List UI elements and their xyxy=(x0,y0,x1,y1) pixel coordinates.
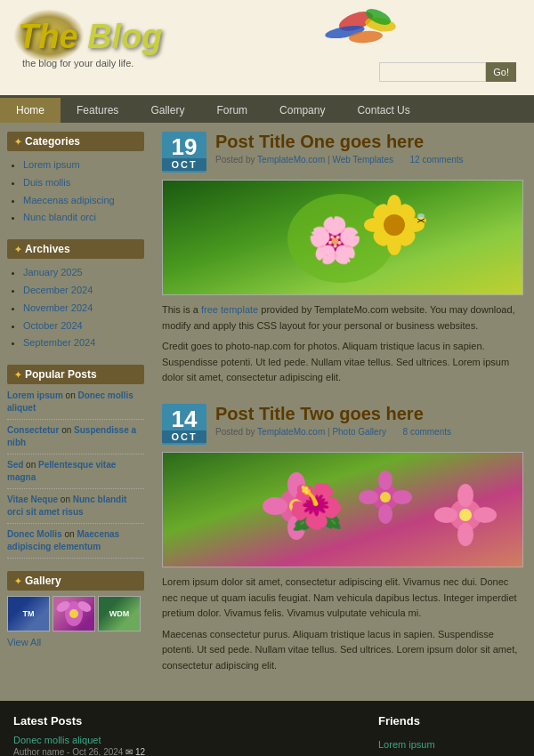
footer-post-title[interactable]: Donec mollis aliquet xyxy=(13,735,156,745)
post-1-photo-svg xyxy=(163,181,522,295)
post-2-date-box: 14 OCT xyxy=(162,404,206,445)
svg-point-38 xyxy=(459,509,472,521)
svg-point-26 xyxy=(289,499,303,513)
archive-link[interactable]: September 2024 xyxy=(23,337,95,348)
svg-point-19 xyxy=(417,213,425,219)
post-2-text1: Lorem ipsum dolor sit amet, consectetur … xyxy=(162,575,523,622)
category-link[interactable]: Lorem ipsum xyxy=(23,159,80,170)
comment-icon: ✉ xyxy=(393,427,403,437)
list-item[interactable]: Nunc blandit orci xyxy=(23,209,144,227)
list-item: Lorem ipsum on Donec mollis aliquet xyxy=(7,390,144,420)
svg-point-30 xyxy=(359,490,378,504)
svg-point-35 xyxy=(457,523,473,546)
popular-post-link[interactable]: Sed xyxy=(7,460,23,470)
nav-company[interactable]: Company xyxy=(263,98,341,123)
header: The Blog the blog for your daily life. G… xyxy=(0,0,534,98)
categories-widget: Categories Lorem ipsum Duis mollis Maece… xyxy=(7,132,144,227)
list-item[interactable]: November 2024 xyxy=(23,300,144,318)
template-link[interactable]: free template xyxy=(201,304,258,315)
popular-post-link[interactable]: Pellentesque vitae magna xyxy=(7,460,116,482)
archive-link[interactable]: December 2024 xyxy=(23,285,93,295)
list-item: Consectetur on Suspendisse a nibh xyxy=(7,424,144,454)
list-item[interactable]: Duis mollis xyxy=(23,174,144,192)
list-item[interactable]: Lorem ipsum xyxy=(378,735,521,754)
archives-widget: Archives January 2025 December 2024 Nove… xyxy=(7,239,144,352)
list-item: Vitae Neque on Nunc blandit orci sit ame… xyxy=(7,494,144,524)
gallery-link[interactable]: Web Templates xyxy=(332,155,393,165)
thumb-label: TM xyxy=(23,609,35,618)
popular-post-link[interactable]: Vitae Neque xyxy=(7,495,58,504)
nav-forum[interactable]: Forum xyxy=(200,98,263,123)
post-1-text2: Credit goes to photo-nap.com for photos.… xyxy=(162,339,523,386)
friends-title: Friends xyxy=(378,714,521,728)
post-2-day: 14 xyxy=(162,407,206,430)
site-title: The Blog the blog for your daily life. xyxy=(18,18,163,68)
category-link[interactable]: Duis mollis xyxy=(23,177,70,188)
comments-link[interactable]: 8 comments xyxy=(403,427,451,437)
post-2-text2: Maecenas consectetur purus. Aliquam tris… xyxy=(162,627,523,674)
search-input[interactable] xyxy=(379,62,486,82)
category-link[interactable]: Maecenas adipiscing xyxy=(23,195,115,205)
categories-list: Lorem ipsum Duis mollis Maecenas adipisc… xyxy=(7,157,144,227)
list-item: Donec mollis aliquet Author name - Oct 2… xyxy=(13,735,156,756)
author-link[interactable]: TemplateMo.com xyxy=(257,155,325,165)
gallery-thumb-2[interactable] xyxy=(53,596,95,631)
friend-link[interactable]: Lorem ipsum xyxy=(378,739,435,750)
svg-point-25 xyxy=(305,497,330,515)
nav-home[interactable]: Home xyxy=(0,98,61,123)
post-2-meta: Post Title Two goes here Posted by Templ… xyxy=(215,404,523,437)
popular-posts-title: Popular Posts xyxy=(7,365,144,384)
list-item[interactable]: September 2024 xyxy=(23,334,144,352)
svg-point-9 xyxy=(364,218,385,232)
post-2-month: OCT xyxy=(162,430,206,443)
archive-link[interactable]: November 2024 xyxy=(23,302,93,313)
archive-link[interactable]: October 2024 xyxy=(23,320,83,331)
gallery-thumb-3[interactable]: WDM xyxy=(98,596,141,631)
post-1-month: OCT xyxy=(162,158,206,171)
sidebar: Categories Lorem ipsum Duis mollis Maece… xyxy=(0,123,151,701)
comment-count: ✉ 12 xyxy=(125,747,145,756)
flower-svg xyxy=(54,598,93,630)
byline-prefix: Posted by xyxy=(215,155,257,165)
list-item[interactable]: October 2024 xyxy=(23,318,144,335)
site-tagline: the blog for your daily life. xyxy=(18,58,163,68)
archive-link[interactable]: January 2025 xyxy=(23,267,83,277)
popular-post-link[interactable]: Donec Mollis xyxy=(7,529,62,539)
footer-post-meta: Author name - Oct 26, 2024 ✉ 12 xyxy=(13,747,156,756)
list-item[interactable]: January 2025 xyxy=(23,264,144,282)
nav-features[interactable]: Features xyxy=(61,98,134,123)
post-1-meta: Post Title One goes here Posted by Templ… xyxy=(215,132,523,165)
author-link[interactable]: TemplateMo.com xyxy=(257,427,325,437)
svg-point-7 xyxy=(387,195,401,216)
post-1-title: Post Title One goes here xyxy=(215,132,523,152)
search-bar[interactable]: Go! xyxy=(379,62,516,82)
list-item[interactable]: Maecenas adipiscing xyxy=(23,192,144,210)
post-2-byline: Posted by TemplateMo.com | Photo Gallery… xyxy=(215,427,523,437)
latest-posts-title: Latest Posts xyxy=(13,714,156,728)
gallery-view-all-link[interactable]: View All xyxy=(7,637,41,647)
list-item[interactable]: December 2024 xyxy=(23,282,144,300)
category-link[interactable]: Nunc blandit orci xyxy=(23,212,96,222)
svg-point-34 xyxy=(457,484,473,507)
post-1-image xyxy=(162,180,523,295)
footer-latest-posts: Latest Posts Donec mollis aliquet Author… xyxy=(13,714,156,756)
nav-contact[interactable]: Contact Us xyxy=(341,98,425,123)
archives-list: January 2025 December 2024 November 2024… xyxy=(7,264,144,352)
post-1-byline: Posted by TemplateMo.com | Web Templates… xyxy=(215,155,523,165)
popular-post-link[interactable]: Lorem ipsum xyxy=(7,390,63,400)
svg-point-23 xyxy=(287,515,305,540)
list-item[interactable]: Lorem ipsum xyxy=(23,157,144,174)
gallery-thumb-1[interactable]: TM xyxy=(7,596,50,631)
comments-link[interactable]: 12 comments xyxy=(410,155,464,165)
svg-point-28 xyxy=(378,470,392,490)
post-2: 14 OCT Post Title Two goes here Posted b… xyxy=(162,404,523,674)
gallery-widget: Gallery TM WDM View All xyxy=(7,571,144,648)
search-button[interactable]: Go! xyxy=(486,62,516,82)
gallery-link[interactable]: Photo Gallery xyxy=(332,427,386,437)
post-2-header: 14 OCT Post Title Two goes here Posted b… xyxy=(162,404,523,445)
post-1-text1: This is a free template provided by Temp… xyxy=(162,302,523,334)
title-the: The xyxy=(18,18,87,55)
popular-post-link[interactable]: Consectetur xyxy=(7,425,59,435)
post-1-day: 19 xyxy=(162,135,206,158)
nav-gallery[interactable]: Gallery xyxy=(134,98,200,123)
